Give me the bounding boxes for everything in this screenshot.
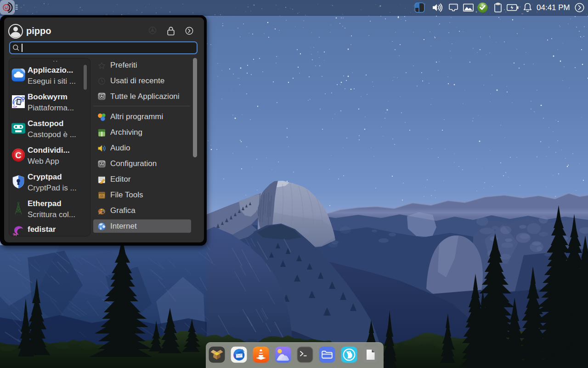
svg-text:C: C — [15, 150, 21, 160]
